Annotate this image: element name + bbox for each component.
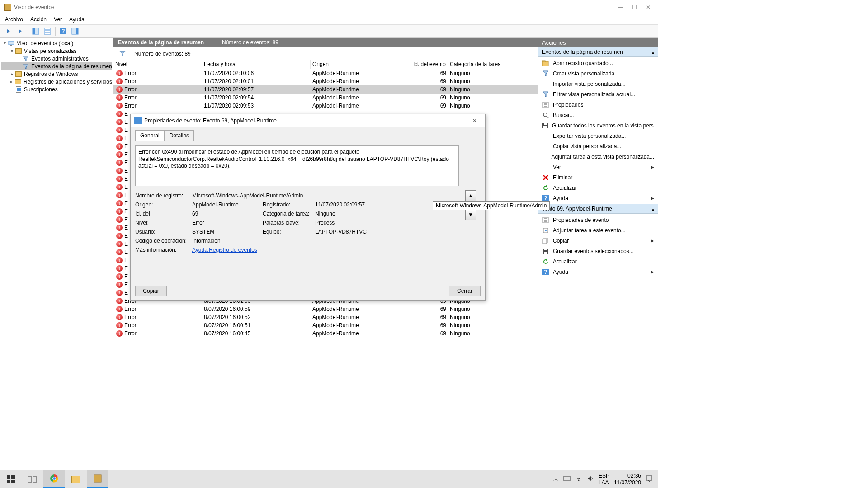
close-button[interactable]: ✕ — [646, 4, 651, 10]
action-item[interactable]: Eliminar — [538, 172, 658, 183]
table-row[interactable]: !Error8/07/2020 16:00:51AppModel-Runtime… — [113, 321, 538, 329]
props-icon — [542, 216, 549, 224]
table-header[interactable]: Nivel Fecha y hora Origen Id. del evento… — [113, 60, 538, 69]
menu-ver[interactable]: Ver — [54, 16, 62, 23]
language-indicator[interactable]: ESP LAA — [599, 473, 609, 486]
menu-ayuda[interactable]: Ayuda — [69, 16, 85, 23]
action-item[interactable]: ?Ayuda▶ — [538, 267, 658, 277]
notifications-icon[interactable] — [646, 475, 653, 483]
volume-icon[interactable] — [587, 475, 594, 483]
table-row[interactable]: !Error11/07/2020 02:10:01AppModel-Runtim… — [113, 77, 538, 85]
svg-rect-41 — [11, 475, 15, 479]
action-item[interactable]: Filtrar vista personalizada actual... — [538, 89, 658, 99]
expander-icon[interactable]: ▸ — [9, 71, 15, 76]
action-item[interactable]: Propiedades — [538, 99, 658, 110]
table-row[interactable]: !Error8/07/2020 16:00:59AppModel-Runtime… — [113, 305, 538, 313]
col-source[interactable]: Origen — [311, 60, 407, 69]
val-level: Error — [192, 220, 260, 226]
cell-cat: Ninguno — [448, 330, 520, 337]
tree-root[interactable]: ▾ Visor de eventos (local) — [1, 39, 112, 47]
action-item[interactable]: Ver▶ — [538, 162, 658, 172]
action-item[interactable]: Actualizar — [538, 183, 658, 193]
tab-general[interactable]: General — [135, 130, 165, 141]
menu-archivo[interactable]: Archivo — [5, 16, 23, 23]
svg-text:?: ? — [544, 195, 547, 202]
table-row[interactable]: !Error8/07/2020 16:00:52AppModel-Runtime… — [113, 313, 538, 321]
cell-level: E — [124, 200, 128, 206]
table-row[interactable]: !Error8/07/2020 16:00:45AppModel-Runtime… — [113, 329, 538, 338]
tree-item[interactable]: Suscripciones — [1, 85, 112, 93]
action-item[interactable]: Adjuntar tarea a esta vista personalizad… — [538, 151, 658, 162]
error-icon: ! — [116, 160, 123, 166]
collapse-arrow-icon[interactable]: ▴ — [652, 50, 654, 55]
table-row[interactable]: !Error11/07/2020 02:09:54AppModel-Runtim… — [113, 94, 538, 102]
table-row[interactable]: !Error11/07/2020 02:09:57AppModel-Runtim… — [113, 85, 538, 94]
network-icon[interactable] — [563, 475, 571, 483]
tab-detalles[interactable]: Detalles — [165, 130, 194, 141]
collapse-arrow-icon[interactable]: ▴ — [652, 206, 654, 211]
actions-group-title-2[interactable]: vento 69, AppModel-Runtime ▴ — [538, 204, 658, 214]
navigation-tree[interactable]: ▾ Visor de eventos (local) ▾Vistas perso… — [0, 38, 113, 346]
action-pane-button[interactable] — [70, 26, 80, 36]
clock[interactable]: 02:36 11/07/2020 — [614, 473, 641, 486]
taskbar[interactable]: ︿ ESP LAA 02:36 11/07/2020 — [0, 470, 658, 488]
maximize-button[interactable]: ☐ — [632, 4, 637, 10]
tree-item[interactable]: ▾Vistas personalizadas — [1, 47, 112, 55]
back-button[interactable] — [3, 26, 13, 36]
action-item-label: Ver — [553, 164, 561, 170]
help-button[interactable]: ? — [58, 26, 68, 36]
col-cat[interactable]: Categoría de la tarea — [448, 60, 520, 69]
action-item[interactable]: Crear vista personalizada... — [538, 68, 658, 79]
tree-item[interactable]: Eventos de la página de resumen — [1, 62, 112, 70]
dialog-close-button[interactable]: ✕ — [468, 117, 481, 124]
col-id[interactable]: Id. del evento — [407, 60, 448, 69]
link-more-info[interactable]: Ayuda Registro de eventos — [192, 247, 415, 253]
tree-item[interactable]: ▸Registros de aplicaciones y servicios — [1, 78, 112, 85]
action-item[interactable]: Copiar▶ — [538, 235, 658, 246]
col-date[interactable]: Fecha y hora — [202, 60, 311, 69]
action-item[interactable]: Adjuntar tarea a este evento... — [538, 225, 658, 235]
action-item[interactable]: Abrir registro guardado... — [538, 58, 658, 68]
copy-button[interactable]: Copiar — [135, 286, 167, 296]
action-item[interactable]: Propiedades de evento — [538, 215, 658, 225]
properties-button[interactable] — [42, 26, 52, 36]
close-button[interactable]: Cerrar — [449, 286, 481, 296]
action-item-label: Copiar — [553, 238, 569, 244]
minimize-button[interactable]: — — [618, 4, 623, 10]
explorer-taskbar-icon[interactable] — [65, 470, 87, 488]
cell-level: E — [124, 168, 128, 174]
error-icon: ! — [116, 94, 123, 101]
action-item[interactable]: Buscar... — [538, 110, 658, 120]
action-item[interactable]: Guardar eventos seleccionados... — [538, 246, 658, 256]
next-event-button[interactable]: ▼ — [465, 209, 476, 220]
table-row[interactable]: !Error11/07/2020 02:09:53AppModel-Runtim… — [113, 102, 538, 110]
action-item[interactable]: Importar vista personalizada... — [538, 79, 658, 89]
actions-group-title-1[interactable]: Eventos de la página de resumen ▴ — [538, 47, 658, 57]
tray-chevron-icon[interactable]: ︿ — [553, 475, 559, 483]
titlebar[interactable]: Visor de eventos — ☐ ✕ — [0, 0, 658, 14]
menu-accion[interactable]: Acción — [30, 16, 47, 23]
action-item[interactable]: Exportar vista personalizada... — [538, 131, 658, 141]
task-view-button[interactable] — [22, 470, 43, 488]
action-item[interactable]: Guardar todos los eventos en la vista pe… — [538, 120, 658, 131]
table-row[interactable]: !Error11/07/2020 02:10:06AppModel-Runtim… — [113, 69, 538, 77]
wifi-icon[interactable] — [575, 475, 582, 483]
error-icon: ! — [116, 143, 123, 150]
event-description[interactable]: Error con 0x490 al modificar el estado d… — [135, 145, 459, 186]
tree-item[interactable]: ▸Registros de Windows — [1, 70, 112, 78]
forward-button[interactable] — [15, 26, 25, 36]
dialog-titlebar[interactable]: Propiedades de evento: Evento 69, AppMod… — [131, 114, 485, 127]
col-level[interactable]: Nivel — [113, 60, 202, 69]
expander-icon[interactable]: ▾ — [1, 41, 8, 46]
action-item[interactable]: ?Ayuda▶ — [538, 193, 658, 203]
expander-icon[interactable]: ▸ — [9, 79, 14, 84]
event-viewer-taskbar-icon[interactable] — [87, 470, 108, 488]
action-item[interactable]: Actualizar — [538, 256, 658, 267]
action-item[interactable]: Copiar vista personalizada... — [538, 141, 658, 151]
show-hide-tree-button[interactable] — [31, 26, 41, 36]
tree-item[interactable]: Eventos administrativos — [1, 55, 112, 62]
chrome-taskbar-icon[interactable] — [43, 470, 65, 488]
start-button[interactable] — [0, 470, 22, 488]
expander-icon[interactable]: ▾ — [9, 48, 15, 53]
prev-event-button[interactable]: ▲ — [465, 190, 476, 201]
